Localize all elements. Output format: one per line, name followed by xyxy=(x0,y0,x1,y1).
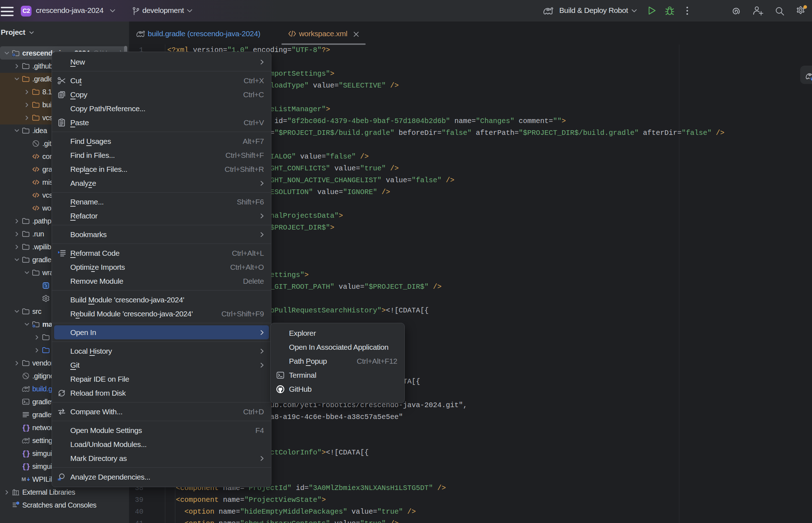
svg-text:M: M xyxy=(22,476,26,482)
